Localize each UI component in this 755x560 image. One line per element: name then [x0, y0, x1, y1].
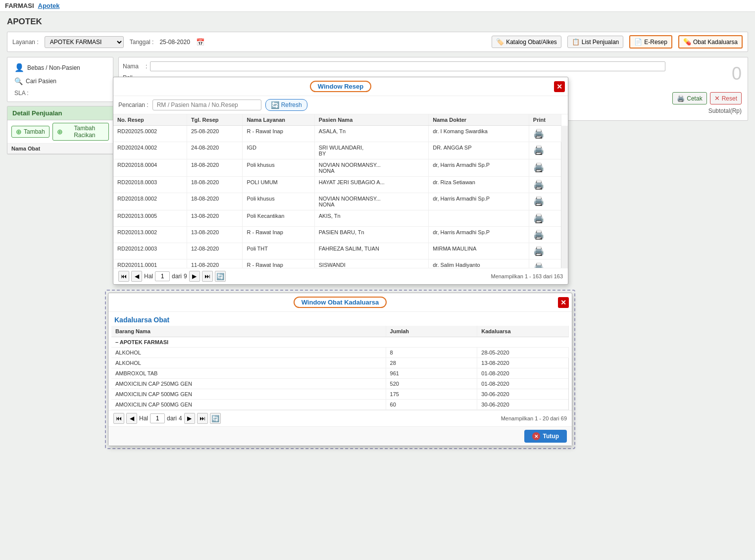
number-display: 0: [732, 63, 742, 84]
btn-e-resep[interactable]: 📄 E-Resep: [629, 35, 672, 49]
btn-bebas-nonpasien[interactable]: 👤 Bebas / Non-Pasien: [10, 60, 110, 75]
resep-icon: 📄: [634, 38, 642, 46]
kadaluarsa-display-info: Menampilkan 1 - 20 dari 69: [501, 415, 567, 421]
nama-label: Nama: [123, 63, 143, 70]
btn-cari-pasien[interactable]: 🔍 Cari Pasien: [10, 75, 110, 88]
window-resep-title: Window Resep: [310, 81, 371, 92]
kadaluarsa-table-row[interactable]: AMOXICILIN CAP 500MG GEN17530-06-2020: [111, 389, 569, 400]
resep-table-row[interactable]: RD202013.000213-08-2020R - Rawat InapPAS…: [113, 227, 568, 243]
nav-apotek[interactable]: Apotek: [38, 2, 60, 9]
btn-tambah-racikan[interactable]: ⊕ Tambah Racikan: [52, 123, 109, 141]
btn-katalog[interactable]: 🏷️ Katalog Obat/Alkes: [492, 36, 561, 48]
reset-icon: ✕: [714, 95, 720, 102]
sla-label: SLA :: [14, 90, 29, 97]
page-next-btn[interactable]: ▶: [189, 271, 200, 282]
window-resep-close[interactable]: ✕: [554, 81, 565, 92]
resep-table-row[interactable]: RD202018.000318-08-2020POLI UMUMHAYAT JE…: [113, 177, 568, 193]
resep-table-row[interactable]: RD202018.000418-08-2020Poli khususNOVIAN…: [113, 159, 568, 177]
btn-cetak[interactable]: 🖨️ Cetak: [672, 92, 706, 104]
layanan-select[interactable]: APOTEK FARMASI: [45, 36, 124, 48]
window-kadaluarsa: Window Obat Kadaluarsa ✕ Kadaluarsa Obat…: [105, 290, 575, 449]
list-icon: 📋: [572, 38, 580, 46]
nama-input[interactable]: [150, 61, 665, 71]
window-resep: Window Resep ✕ Pencarian : 🔄 Refresh No.…: [113, 77, 568, 285]
layanan-label: Layanan :: [12, 39, 39, 46]
plus-icon: ⊕: [16, 128, 22, 136]
kadaluarsa-section-title: Kadaluarsa Obat: [114, 316, 169, 324]
btn-obat-kadaluarsa[interactable]: 💊 Obat Kadaluarsa: [678, 35, 743, 49]
btn-tutup[interactable]: ✕ Tutup: [524, 430, 567, 443]
resep-search-input[interactable]: [152, 100, 261, 110]
kadaluarsa-page-last-btn[interactable]: ⏭: [197, 413, 208, 424]
tanggal-label: Tanggal :: [130, 39, 154, 46]
search-icon: 🔍: [14, 77, 23, 85]
btn-tambah[interactable]: ⊕ Tambah: [11, 126, 50, 138]
plus-racikan-icon: ⊕: [57, 128, 63, 136]
kadaluarsa-table-row[interactable]: ALKOHOL828-05-2020: [111, 348, 569, 358]
kadaluarsa-table-scroll[interactable]: Barang NamaJumlahKadaluarsa – APOTEK FAR…: [111, 326, 569, 410]
kadaluarsa-pagination: ⏮ ◀ Hal dari 4 ▶ ⏭ 🔄 Menampilkan 1 - 20 …: [108, 410, 572, 426]
col-nama-obat: Nama Obat: [7, 144, 113, 154]
resep-table-row[interactable]: RD202011.000111-08-2020R - Rawat InapSIS…: [113, 259, 568, 268]
tutup-x-icon: ✕: [532, 432, 540, 440]
kadaluarsa-icon: 💊: [683, 38, 691, 46]
resep-table-row[interactable]: RD202025.000225-08-2020R - Rawat InapASA…: [113, 126, 568, 142]
person-icon: 👤: [14, 63, 24, 72]
detail-penjualan-table: Nama Obat: [7, 144, 113, 154]
resep-table-row[interactable]: RD202013.000513-08-2020Poli KecantikanAK…: [113, 210, 568, 227]
nav-farmasi: FARMASI: [5, 2, 34, 9]
top-nav: FARMASI Apotek: [0, 0, 755, 12]
kadaluarsa-page-prev-btn[interactable]: ◀: [126, 413, 137, 424]
search-label: Pencarian :: [118, 102, 149, 108]
window-kadaluarsa-title-bar: Window Obat Kadaluarsa: [294, 297, 387, 308]
tanggal-value: 25-08-2020: [159, 39, 190, 46]
page-refresh-btn[interactable]: 🔄: [215, 271, 226, 282]
kadaluarsa-table-row[interactable]: ALKOHOL2813-08-2020: [111, 358, 569, 368]
page-last-btn[interactable]: ⏭: [202, 271, 213, 282]
page-title: APOTEK: [7, 17, 748, 27]
page-first-btn[interactable]: ⏮: [118, 271, 129, 282]
kadaluarsa-table-row[interactable]: AMBROXOL TAB96101-08-2020: [111, 368, 569, 379]
detail-penjualan-title: Detail Penjualan: [7, 106, 113, 120]
window-kadaluarsa-close[interactable]: ✕: [558, 297, 569, 308]
resep-table-row[interactable]: RD202024.000224-08-2020IGDSRI WULANDARI,…: [113, 142, 568, 159]
cetak-icon: 🖨️: [677, 95, 685, 102]
kadaluarsa-page-input[interactable]: [150, 413, 165, 423]
katalog-icon: 🏷️: [496, 38, 504, 46]
page-prev-btn[interactable]: ◀: [131, 271, 142, 282]
refresh-icon: 🔄: [271, 101, 279, 109]
resep-table-row[interactable]: RD202012.000312-08-2020Poli THTFAHREZA S…: [113, 243, 568, 259]
subtotal-label: Subtotal(Rp): [708, 107, 742, 114]
kadaluarsa-page-first-btn[interactable]: ⏮: [113, 413, 124, 424]
kadaluarsa-page-next-btn[interactable]: ▶: [184, 413, 195, 424]
kadaluarsa-table-row[interactable]: AMOXICILIN CAP 500MG GEN6030-06-2020: [111, 400, 569, 410]
page-input[interactable]: [155, 271, 170, 281]
kadaluarsa-group-row: – APOTEK FARMASI: [111, 337, 569, 348]
kadaluarsa-page-refresh-btn[interactable]: 🔄: [210, 413, 221, 424]
btn-reset[interactable]: ✕ Reset: [710, 92, 742, 104]
btn-list-penjualan[interactable]: 📋 List Penjualan: [567, 36, 623, 48]
refresh-button[interactable]: 🔄 Refresh: [265, 99, 307, 111]
resep-table-row[interactable]: RD202018.000218-08-2020Poli khususNOVIAN…: [113, 193, 568, 210]
resep-table: No. ResepTgl. ResepNama LayananPasien Na…: [113, 114, 568, 268]
resep-pagination: ⏮ ◀ Hal dari 9 ▶ ⏭ 🔄 Menampilkan 1 - 163…: [113, 268, 568, 284]
calendar-icon[interactable]: 📅: [196, 38, 204, 46]
resep-display-info: Menampilkan 1 - 163 dari 163: [491, 273, 563, 279]
resep-table-scroll[interactable]: No. ResepTgl. ResepNama LayananPasien Na…: [113, 114, 568, 268]
kadaluarsa-table-row[interactable]: AMOXICILIN CAP 250MG GEN52001-08-2020: [111, 379, 569, 389]
kadaluarsa-table: Barang NamaJumlahKadaluarsa – APOTEK FAR…: [111, 326, 569, 410]
